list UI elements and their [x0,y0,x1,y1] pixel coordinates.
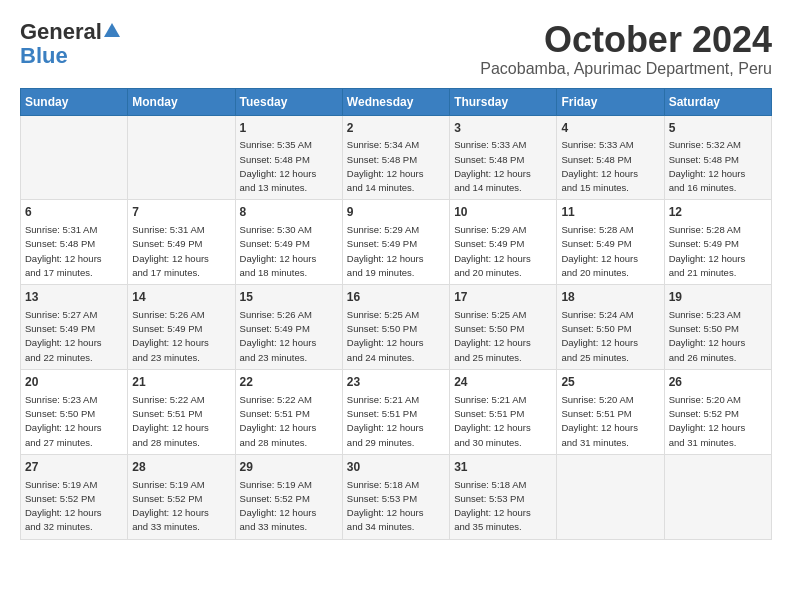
day-number: 24 [454,374,552,391]
day-number: 5 [669,120,767,137]
day-number: 10 [454,204,552,221]
day-detail: Sunrise: 5:18 AM Sunset: 5:53 PM Dayligh… [454,478,552,535]
day-number: 7 [132,204,230,221]
calendar-cell: 12Sunrise: 5:28 AM Sunset: 5:49 PM Dayli… [664,200,771,285]
day-number: 8 [240,204,338,221]
calendar-cell: 14Sunrise: 5:26 AM Sunset: 5:49 PM Dayli… [128,285,235,370]
day-detail: Sunrise: 5:19 AM Sunset: 5:52 PM Dayligh… [132,478,230,535]
calendar-cell: 26Sunrise: 5:20 AM Sunset: 5:52 PM Dayli… [664,369,771,454]
day-number: 4 [561,120,659,137]
day-detail: Sunrise: 5:29 AM Sunset: 5:49 PM Dayligh… [347,223,445,280]
logo-blue-text: Blue [20,44,68,68]
calendar-cell: 25Sunrise: 5:20 AM Sunset: 5:51 PM Dayli… [557,369,664,454]
day-detail: Sunrise: 5:24 AM Sunset: 5:50 PM Dayligh… [561,308,659,365]
day-detail: Sunrise: 5:21 AM Sunset: 5:51 PM Dayligh… [454,393,552,450]
calendar-week-row: 1Sunrise: 5:35 AM Sunset: 5:48 PM Daylig… [21,115,772,200]
calendar-cell: 15Sunrise: 5:26 AM Sunset: 5:49 PM Dayli… [235,285,342,370]
day-number: 19 [669,289,767,306]
month-title: October 2024 [480,20,772,60]
calendar-cell: 27Sunrise: 5:19 AM Sunset: 5:52 PM Dayli… [21,454,128,539]
day-detail: Sunrise: 5:22 AM Sunset: 5:51 PM Dayligh… [240,393,338,450]
location-subtitle: Pacobamba, Apurimac Department, Peru [480,60,772,78]
day-detail: Sunrise: 5:20 AM Sunset: 5:52 PM Dayligh… [669,393,767,450]
calendar-week-row: 20Sunrise: 5:23 AM Sunset: 5:50 PM Dayli… [21,369,772,454]
day-number: 2 [347,120,445,137]
calendar-week-row: 27Sunrise: 5:19 AM Sunset: 5:52 PM Dayli… [21,454,772,539]
calendar-week-row: 13Sunrise: 5:27 AM Sunset: 5:49 PM Dayli… [21,285,772,370]
day-number: 17 [454,289,552,306]
day-number: 1 [240,120,338,137]
logo-general-text: General [20,20,102,44]
day-detail: Sunrise: 5:34 AM Sunset: 5:48 PM Dayligh… [347,138,445,195]
logo: General Blue [20,20,120,68]
day-detail: Sunrise: 5:23 AM Sunset: 5:50 PM Dayligh… [25,393,123,450]
calendar-cell: 7Sunrise: 5:31 AM Sunset: 5:49 PM Daylig… [128,200,235,285]
day-number: 20 [25,374,123,391]
day-number: 25 [561,374,659,391]
page-header: General Blue October 2024 Pacobamba, Apu… [20,20,772,78]
day-detail: Sunrise: 5:25 AM Sunset: 5:50 PM Dayligh… [454,308,552,365]
calendar-cell: 10Sunrise: 5:29 AM Sunset: 5:49 PM Dayli… [450,200,557,285]
day-number: 11 [561,204,659,221]
calendar-cell: 19Sunrise: 5:23 AM Sunset: 5:50 PM Dayli… [664,285,771,370]
calendar-cell: 2Sunrise: 5:34 AM Sunset: 5:48 PM Daylig… [342,115,449,200]
day-number: 21 [132,374,230,391]
calendar-cell: 17Sunrise: 5:25 AM Sunset: 5:50 PM Dayli… [450,285,557,370]
calendar-cell [128,115,235,200]
title-area: October 2024 Pacobamba, Apurimac Departm… [480,20,772,78]
day-detail: Sunrise: 5:33 AM Sunset: 5:48 PM Dayligh… [454,138,552,195]
calendar-cell: 22Sunrise: 5:22 AM Sunset: 5:51 PM Dayli… [235,369,342,454]
column-header-thursday: Thursday [450,88,557,115]
calendar-cell: 21Sunrise: 5:22 AM Sunset: 5:51 PM Dayli… [128,369,235,454]
day-number: 30 [347,459,445,476]
calendar-cell: 31Sunrise: 5:18 AM Sunset: 5:53 PM Dayli… [450,454,557,539]
day-detail: Sunrise: 5:19 AM Sunset: 5:52 PM Dayligh… [240,478,338,535]
calendar-table: SundayMondayTuesdayWednesdayThursdayFrid… [20,88,772,540]
day-detail: Sunrise: 5:21 AM Sunset: 5:51 PM Dayligh… [347,393,445,450]
calendar-cell: 5Sunrise: 5:32 AM Sunset: 5:48 PM Daylig… [664,115,771,200]
calendar-cell: 11Sunrise: 5:28 AM Sunset: 5:49 PM Dayli… [557,200,664,285]
day-detail: Sunrise: 5:23 AM Sunset: 5:50 PM Dayligh… [669,308,767,365]
calendar-cell: 28Sunrise: 5:19 AM Sunset: 5:52 PM Dayli… [128,454,235,539]
day-number: 3 [454,120,552,137]
calendar-cell: 16Sunrise: 5:25 AM Sunset: 5:50 PM Dayli… [342,285,449,370]
day-number: 23 [347,374,445,391]
day-detail: Sunrise: 5:35 AM Sunset: 5:48 PM Dayligh… [240,138,338,195]
calendar-cell: 3Sunrise: 5:33 AM Sunset: 5:48 PM Daylig… [450,115,557,200]
calendar-cell: 8Sunrise: 5:30 AM Sunset: 5:49 PM Daylig… [235,200,342,285]
day-number: 28 [132,459,230,476]
day-detail: Sunrise: 5:18 AM Sunset: 5:53 PM Dayligh… [347,478,445,535]
day-detail: Sunrise: 5:20 AM Sunset: 5:51 PM Dayligh… [561,393,659,450]
day-detail: Sunrise: 5:27 AM Sunset: 5:49 PM Dayligh… [25,308,123,365]
calendar-cell: 6Sunrise: 5:31 AM Sunset: 5:48 PM Daylig… [21,200,128,285]
day-detail: Sunrise: 5:28 AM Sunset: 5:49 PM Dayligh… [669,223,767,280]
day-detail: Sunrise: 5:19 AM Sunset: 5:52 PM Dayligh… [25,478,123,535]
column-header-friday: Friday [557,88,664,115]
day-number: 9 [347,204,445,221]
day-detail: Sunrise: 5:26 AM Sunset: 5:49 PM Dayligh… [240,308,338,365]
calendar-cell: 20Sunrise: 5:23 AM Sunset: 5:50 PM Dayli… [21,369,128,454]
day-number: 15 [240,289,338,306]
calendar-cell: 24Sunrise: 5:21 AM Sunset: 5:51 PM Dayli… [450,369,557,454]
day-number: 26 [669,374,767,391]
calendar-cell: 1Sunrise: 5:35 AM Sunset: 5:48 PM Daylig… [235,115,342,200]
day-number: 14 [132,289,230,306]
day-number: 31 [454,459,552,476]
day-number: 13 [25,289,123,306]
day-number: 6 [25,204,123,221]
column-header-monday: Monday [128,88,235,115]
day-detail: Sunrise: 5:29 AM Sunset: 5:49 PM Dayligh… [454,223,552,280]
column-header-wednesday: Wednesday [342,88,449,115]
day-number: 22 [240,374,338,391]
day-number: 29 [240,459,338,476]
day-number: 27 [25,459,123,476]
calendar-cell: 30Sunrise: 5:18 AM Sunset: 5:53 PM Dayli… [342,454,449,539]
day-detail: Sunrise: 5:25 AM Sunset: 5:50 PM Dayligh… [347,308,445,365]
calendar-cell: 13Sunrise: 5:27 AM Sunset: 5:49 PM Dayli… [21,285,128,370]
day-detail: Sunrise: 5:33 AM Sunset: 5:48 PM Dayligh… [561,138,659,195]
day-detail: Sunrise: 5:31 AM Sunset: 5:48 PM Dayligh… [25,223,123,280]
calendar-cell [557,454,664,539]
column-header-saturday: Saturday [664,88,771,115]
column-header-tuesday: Tuesday [235,88,342,115]
day-detail: Sunrise: 5:30 AM Sunset: 5:49 PM Dayligh… [240,223,338,280]
